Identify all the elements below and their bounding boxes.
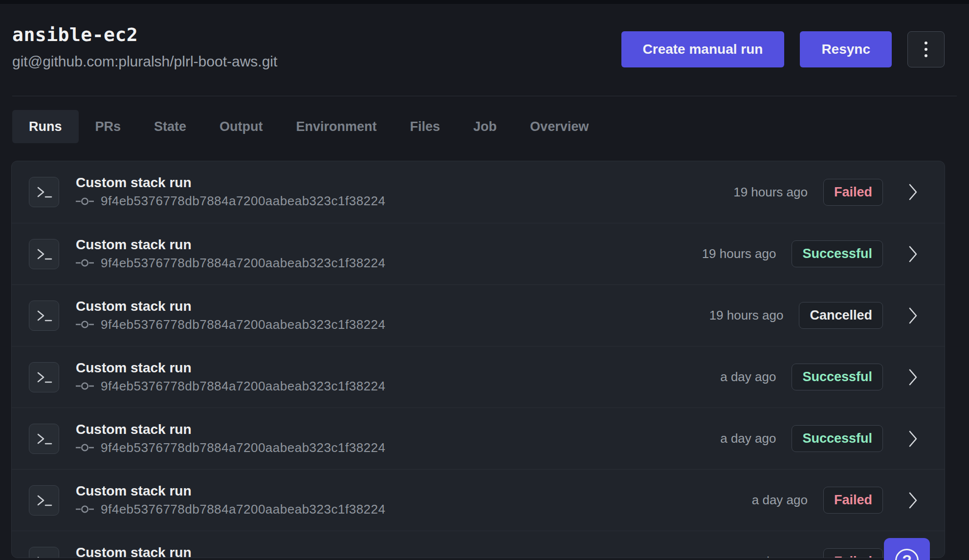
resync-button[interactable]: Resync	[800, 31, 892, 67]
run-title: Custom stack run	[76, 361, 385, 375]
terminal-icon	[29, 177, 59, 207]
tab-output[interactable]: Output	[203, 110, 279, 143]
run-title: Custom stack run	[76, 484, 385, 498]
runs-list: Custom stack run 9f4eb5376778db7884a7200…	[11, 161, 945, 558]
run-text-block: Custom stack run 9f4eb5376778db7884a7200…	[76, 175, 385, 209]
commit-icon	[76, 258, 94, 268]
run-row[interactable]: Custom stack run 9f4eb5376778db7884a7200…	[12, 469, 945, 531]
status-badge: Successful	[792, 240, 883, 267]
run-row[interactable]: Custom stack run 9f4eb5376778db7884a7200…	[12, 408, 945, 469]
window-top-edge	[0, 0, 969, 4]
run-row[interactable]: Custom stack run 9f4eb5376778db7884a7200…	[12, 161, 945, 223]
header-text-block: ansible-ec2 git@github.com:pluralsh/plrl…	[12, 24, 277, 70]
commit-hash: 9f4eb5376778db7884a7200aabeab323c1f38224	[101, 317, 385, 332]
run-text-block: Custom stack run 9f4eb5376778db7884a7200…	[76, 545, 385, 559]
tab-bar: Runs PRs State Output Environment Files …	[12, 110, 969, 143]
help-button[interactable]: ?	[884, 538, 930, 560]
terminal-icon	[29, 301, 59, 331]
run-row[interactable]: Custom stack run 9f4eb5376778db7884a7200…	[12, 223, 945, 284]
run-title: Custom stack run	[76, 175, 385, 190]
chevron-right-icon	[908, 368, 918, 386]
commit-icon	[76, 196, 94, 207]
chevron-right-icon	[908, 492, 918, 509]
status-badge: Failed	[823, 179, 883, 206]
terminal-icon	[29, 362, 59, 392]
run-row[interactable]: Custom stack run 9f4eb5376778db7884a7200…	[12, 346, 945, 408]
terminal-icon	[29, 239, 59, 269]
status-badge: Failed	[823, 487, 883, 514]
run-timestamp: a day ago	[752, 493, 808, 508]
tab-environment[interactable]: Environment	[280, 110, 394, 143]
status-badge: Failed	[823, 548, 883, 558]
commit-hash: 9f4eb5376778db7884a7200aabeab323c1f38224	[101, 440, 385, 455]
run-timestamp: 19 hours ago	[709, 308, 784, 323]
terminal-icon	[29, 424, 59, 454]
run-title: Custom stack run	[76, 545, 385, 559]
status-badge: Cancelled	[799, 302, 883, 329]
run-text-block: Custom stack run 9f4eb5376778db7884a7200…	[76, 237, 385, 271]
page-header: ansible-ec2 git@github.com:pluralsh/plrl…	[0, 4, 969, 70]
run-title: Custom stack run	[76, 299, 385, 314]
run-text-block: Custom stack run 9f4eb5376778db7884a7200…	[76, 361, 385, 394]
chevron-right-icon	[908, 245, 918, 263]
tab-prs[interactable]: PRs	[79, 110, 138, 143]
status-badge: Successful	[792, 425, 883, 452]
run-title: Custom stack run	[76, 422, 385, 437]
commit-icon	[76, 381, 94, 391]
tab-files[interactable]: Files	[394, 110, 457, 143]
commit-hash: 9f4eb5376778db7884a7200aabeab323c1f38224	[101, 379, 385, 394]
run-timestamp: 19 hours ago	[702, 246, 776, 261]
run-row[interactable]: Custom stack run 9f4eb5376778db7884a7200…	[12, 531, 945, 558]
chevron-right-icon	[908, 183, 918, 201]
commit-icon	[76, 442, 94, 453]
create-manual-run-button[interactable]: Create manual run	[621, 31, 785, 67]
commit-hash: 9f4eb5376778db7884a7200aabeab323c1f38224	[101, 194, 385, 209]
tab-overview[interactable]: Overview	[513, 110, 605, 143]
page-title: ansible-ec2	[12, 24, 277, 45]
header-actions: Create manual run Resync	[621, 31, 945, 67]
commit-hash: 9f4eb5376778db7884a7200aabeab323c1f38224	[101, 502, 385, 517]
header-divider	[12, 96, 957, 96]
run-row[interactable]: Custom stack run 9f4eb5376778db7884a7200…	[12, 284, 945, 346]
terminal-icon	[29, 547, 59, 559]
question-icon: ?	[895, 549, 919, 560]
chevron-right-icon	[908, 307, 918, 324]
run-timestamp: 19 hours ago	[733, 185, 808, 200]
commit-hash: 9f4eb5376778db7884a7200aabeab323c1f38224	[101, 256, 385, 271]
run-text-block: Custom stack run 9f4eb5376778db7884a7200…	[76, 422, 385, 455]
run-text-block: Custom stack run 9f4eb5376778db7884a7200…	[76, 299, 385, 332]
tab-job[interactable]: Job	[457, 110, 513, 143]
run-text-block: Custom stack run 9f4eb5376778db7884a7200…	[76, 484, 385, 517]
run-title: Custom stack run	[76, 237, 385, 252]
commit-icon	[76, 319, 94, 330]
terminal-icon	[29, 485, 59, 516]
run-timestamp: a day ago	[720, 369, 776, 385]
chevron-right-icon	[908, 430, 918, 448]
status-badge: Successful	[792, 364, 883, 390]
kebab-menu-icon	[925, 42, 927, 44]
tab-runs[interactable]: Runs	[12, 110, 79, 143]
run-timestamp: a day ago	[720, 431, 776, 446]
repo-url: git@github.com:pluralsh/plrl-boot-aws.gi…	[12, 53, 277, 70]
commit-icon	[76, 504, 94, 515]
run-timestamp: a day ago	[752, 554, 808, 558]
tab-state[interactable]: State	[137, 110, 203, 143]
more-options-button[interactable]	[907, 31, 945, 67]
